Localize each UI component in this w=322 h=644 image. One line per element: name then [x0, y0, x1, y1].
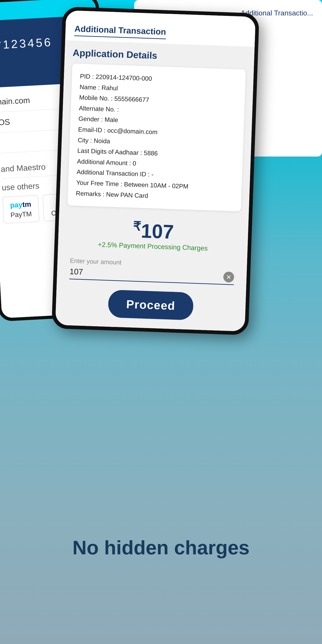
- os-value: OS: [0, 117, 10, 127]
- app-details-card: PID : 220914-124700-000 Name : Rahul Mob…: [68, 64, 246, 212]
- amount-section: ₹107 +2.5% Payment Processing Charges: [66, 212, 240, 263]
- header-tab[interactable]: Additional Transaction: [74, 24, 166, 39]
- proceed-button[interactable]: Proceed: [108, 290, 194, 320]
- section-title: Application Details: [73, 48, 246, 64]
- bottom-tagline: No hidden charges: [0, 536, 322, 559]
- clear-input-button[interactable]: ✕: [223, 272, 234, 283]
- right-phone-screen: Additional Transaction Application Detai…: [55, 10, 256, 332]
- amount-input-value[interactable]: 107: [69, 267, 224, 282]
- paytm-option[interactable]: paytm PayTM: [2, 195, 39, 224]
- paytm-label: PayTM: [10, 210, 32, 219]
- right-phone: Additional Transaction Application Detai…: [52, 6, 260, 335]
- paytm-logo: paytm: [10, 200, 31, 209]
- amount-value: 107: [141, 220, 174, 243]
- rupee-symbol: ₹: [133, 219, 141, 234]
- right-phone-content: Application Details PID : 220914-124700-…: [55, 40, 255, 330]
